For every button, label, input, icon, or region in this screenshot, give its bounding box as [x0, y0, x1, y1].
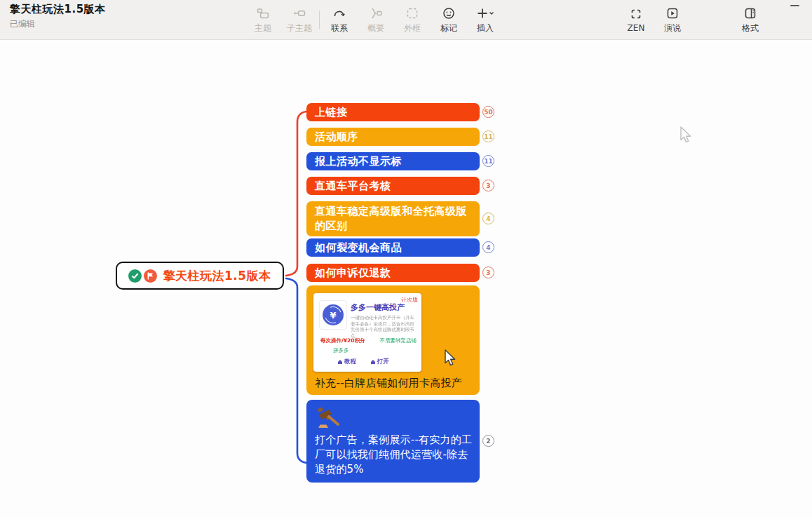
root-topic[interactable]: 擎天柱玩法1.5版本: [116, 262, 284, 290]
embed-button-label: 打开: [377, 358, 389, 366]
relation-button[interactable]: 联系: [321, 4, 358, 36]
boundary-button[interactable]: 外框: [394, 4, 431, 36]
check-icon[interactable]: [128, 269, 142, 283]
subtopic-icon: [292, 6, 306, 21]
embed-note: 不需要绑定店铺: [380, 337, 417, 344]
insert-button[interactable]: 插入: [467, 4, 503, 36]
yuan-glyph: ¥: [330, 310, 336, 321]
mindmap-canvas[interactable]: 擎天柱玩法1.5版本 上链接 活动顺序 报上活动不显示标 直通车平台考核 直通车…: [0, 40, 812, 519]
child-count-badge[interactable]: 3: [482, 267, 494, 278]
toolbar-format-group: 格式: [732, 4, 769, 36]
toolbar-right-group: ZEN 演说: [618, 4, 691, 36]
title-block: 擎天柱玩法1.5版本 已编辑: [10, 3, 106, 30]
summary-button[interactable]: 概要: [358, 4, 394, 36]
app-window: 擎天柱玩法1.5版本 已编辑 主题 子主题 联系: [0, 0, 812, 519]
topic-label: 直通车平台考核: [315, 180, 391, 193]
topic-label: 补充--白牌店铺如何用卡高投产: [315, 377, 462, 390]
topic-label: 直通车稳定高级版和全托高级版的区别: [315, 205, 467, 232]
topic-node[interactable]: 活动顺序: [306, 128, 480, 146]
child-count-badge[interactable]: 3: [482, 180, 494, 191]
document-status: 已编辑: [10, 18, 106, 30]
topic-icon: [256, 6, 270, 21]
ghost-cursor: [680, 126, 696, 147]
child-count-badge[interactable]: 11: [482, 155, 494, 167]
topic-node-media-card[interactable]: ¥ 多多一键高投产 计次版 一键自动化卡高投产开卡（开车老手必备）全类目，适合出…: [306, 285, 480, 395]
topic-node[interactable]: 报上活动不显示标: [306, 152, 480, 170]
present-icon: [665, 6, 679, 21]
toolbar-divider: [319, 11, 320, 29]
topic-node-ad-card[interactable]: 打个广告，案例展示--有实力的工厂可以找我们纯佣代运营收-除去退货的5%: [306, 400, 480, 483]
home-icon: [337, 359, 343, 365]
embed-price: 每次操作/¥20积分: [320, 337, 365, 344]
format-icon: [743, 6, 757, 21]
toolbar-button-label: 联系: [331, 22, 348, 34]
root-topic-label: 擎天柱玩法1.5版本: [163, 268, 271, 284]
child-count-badge[interactable]: 11: [482, 130, 494, 142]
child-count-badge[interactable]: 2: [482, 435, 494, 447]
embed-description: 一键自动化卡高投产开卡（开车老手必备）全类目，适合出高投竞价第十个高投起购优惠时…: [351, 315, 417, 339]
present-button[interactable]: 演说: [654, 4, 691, 36]
zen-icon: [629, 6, 643, 22]
home-icon: [370, 359, 376, 365]
toolbar-button-label: 子主题: [287, 22, 312, 34]
yuan-app-icon: ¥: [323, 304, 344, 325]
toolbar-button-label: 格式: [742, 22, 759, 34]
zen-button[interactable]: ZEN: [618, 4, 654, 36]
embed-actions: 教程 打开: [337, 358, 389, 366]
minimize-button[interactable]: [790, 5, 799, 6]
format-button[interactable]: 格式: [732, 4, 769, 36]
topic-label: 如何申诉仅退款: [315, 267, 391, 280]
document-title: 擎天柱玩法1.5版本: [10, 3, 106, 16]
topic-node[interactable]: 直通车稳定高级版和全托高级版的区别: [306, 201, 480, 236]
toolbar-button-label: 插入: [477, 22, 494, 34]
marker-icon: [442, 6, 456, 21]
child-count-badge[interactable]: 50: [482, 106, 494, 118]
embed-tag: 计次版: [401, 296, 418, 304]
topic-label: 如何裂变机会商品: [315, 241, 402, 255]
boundary-icon: [405, 6, 419, 21]
toolbar-button-label: 标记: [440, 22, 457, 34]
insert-icon: [476, 6, 494, 21]
topic-button[interactable]: 主题: [245, 4, 281, 36]
toolbar-button-label: 概要: [367, 22, 384, 34]
marker-button[interactable]: 标记: [431, 4, 467, 36]
toolbar-button-label: 演说: [664, 22, 681, 34]
tutorial-button: 教程: [337, 358, 356, 366]
toolbar-button-label: 主题: [255, 22, 271, 34]
app-icon-frame: ¥: [319, 300, 347, 330]
topic-label: 打个广告，案例展示--有实力的工厂可以找我们纯佣代运营收-除去退货的5%: [315, 433, 475, 477]
toolbar-button-label: 外框: [404, 22, 421, 34]
topic-node[interactable]: 上链接: [306, 103, 480, 121]
open-button: 打开: [370, 358, 389, 366]
toolbar-button-label: ZEN: [628, 23, 645, 33]
child-count-badge[interactable]: 4: [482, 241, 494, 253]
embedded-screenshot: ¥ 多多一键高投产 计次版 一键自动化卡高投产开卡（开车老手必备）全类目，适合出…: [313, 293, 421, 372]
embed-button-label: 教程: [344, 358, 356, 366]
flag-icon[interactable]: [144, 269, 157, 283]
gavel-icon: [317, 407, 344, 433]
relation-icon: [332, 6, 346, 21]
toolbar-center-group: 主题 子主题 联系 概要: [245, 4, 503, 36]
topic-node[interactable]: 如何申诉仅退款: [306, 264, 480, 282]
topic-node[interactable]: 如何裂变机会商品: [306, 238, 480, 257]
summary-icon: [369, 6, 383, 21]
child-count-badge[interactable]: 4: [482, 213, 494, 224]
topic-node[interactable]: 直通车平台考核: [306, 177, 480, 195]
topic-label: 活动顺序: [315, 130, 358, 144]
embed-platform: 拼多多: [333, 347, 349, 354]
embed-app-title: 多多一键高投产: [351, 302, 405, 313]
subtopic-button[interactable]: 子主题: [281, 4, 318, 36]
toolbar: 擎天柱玩法1.5版本 已编辑 主题 子主题 联系: [0, 0, 812, 40]
topic-label: 上链接: [315, 106, 348, 119]
topic-label: 报上活动不显示标: [315, 155, 402, 168]
